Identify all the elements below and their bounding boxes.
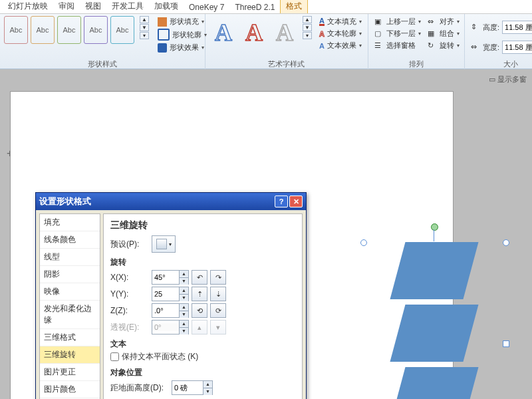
shape-style-2[interactable]: Abc	[31, 16, 55, 44]
z-cw-button[interactable]: ⟳	[210, 303, 226, 318]
z-ccw-button[interactable]: ⟲	[192, 303, 207, 318]
nav-item-1[interactable]: 线条颜色	[40, 231, 100, 249]
perspective-label: 透视(E):	[110, 322, 152, 333]
persp-wide-button: ▾	[210, 320, 226, 334]
keep-text-flat-checkbox[interactable]: 保持文本平面状态 (K)	[110, 351, 198, 362]
shape-fill-button[interactable]: 形状填充▾	[156, 16, 209, 27]
nav-item-0[interactable]: 填充	[40, 214, 100, 231]
section-rotation: 旋转	[110, 257, 295, 268]
shape-style-4[interactable]: Abc	[84, 16, 108, 44]
selected-shape[interactable]	[398, 242, 471, 399]
shape-style-3[interactable]: Abc	[57, 16, 81, 44]
dialog-title: 设置形状格式	[39, 196, 91, 207]
y-spinner[interactable]: ▲▼	[152, 287, 189, 301]
tab-7[interactable]: 格式	[280, 0, 308, 13]
distance-spinner[interactable]: ▲▼	[172, 380, 213, 395]
dialog-nav: 填充线条颜色线型阴影映像发光和柔化边缘三维格式三维旋转图片更正图片颜色艺术效果裁…	[39, 213, 100, 399]
section-position: 对象位置	[110, 367, 295, 378]
align-button[interactable]: ⇔对齐▾	[426, 16, 462, 27]
nav-item-9[interactable]: 图片颜色	[40, 381, 100, 398]
wordart-a1[interactable]: A	[209, 16, 237, 49]
rotate-handle[interactable]	[431, 223, 438, 231]
width-icon: ⇔	[471, 43, 480, 52]
rotate-button[interactable]: ↻旋转▾	[426, 40, 462, 51]
y-up-button[interactable]: ⇡	[192, 287, 207, 301]
section-text: 文本	[110, 338, 295, 350]
dialog-titlebar[interactable]: 设置形状格式 ? ✕	[36, 193, 306, 210]
width-row: ⇔宽度: ▲▼	[469, 40, 532, 55]
shape-style-5[interactable]: Abc	[110, 16, 134, 44]
nav-item-7[interactable]: 三维旋转	[40, 346, 100, 364]
text-fill-button[interactable]: A文本填充▾	[317, 16, 364, 27]
text-effects-button[interactable]: A文本效果▾	[317, 40, 364, 51]
resize-handle-r[interactable]	[503, 340, 509, 347]
y-down-button[interactable]: ⇣	[210, 287, 226, 301]
nav-item-8[interactable]: 图片更正	[40, 364, 100, 381]
preset-dropdown[interactable]: ▾	[152, 235, 176, 253]
selection-pane-button[interactable]: ☰选择窗格	[372, 40, 423, 51]
x-spinner[interactable]: ▲▼	[152, 270, 189, 285]
help-button[interactable]: ?	[275, 196, 288, 207]
tab-3[interactable]: 开发工具	[106, 0, 149, 13]
bring-forward-button[interactable]: ▣上移一层▾	[372, 16, 423, 27]
resize-handle-tl[interactable]	[360, 239, 367, 246]
height-spinner[interactable]: ▲▼	[502, 21, 532, 34]
wordart-a3[interactable]: A	[271, 16, 299, 49]
perspective-spinner: ▲▼	[152, 320, 189, 334]
x-right-button[interactable]: ↷	[210, 270, 226, 285]
wordart-gallery-more[interactable]: ▲ ▼ ▾	[303, 16, 312, 39]
preset-label: 预设(P):	[110, 239, 152, 250]
height-row: ⇕高度: ▲▼	[469, 20, 532, 35]
text-outline-button[interactable]: A文本轮廓▾	[317, 28, 364, 39]
nav-item-5[interactable]: 发光和柔化边缘	[40, 301, 100, 329]
height-icon: ⇕	[471, 23, 480, 32]
tab-0[interactable]: 幻灯片放映	[3, 0, 53, 13]
send-backward-button[interactable]: ▢下移一层▾	[372, 28, 423, 39]
status-display: ▭ 显示多窗	[489, 74, 527, 84]
nav-item-6[interactable]: 三维格式	[40, 329, 100, 346]
nav-item-2[interactable]: 线型	[40, 249, 100, 266]
tab-2[interactable]: 视图	[80, 0, 106, 13]
distance-label: 距地面高度(D):	[110, 382, 172, 394]
format-shape-dialog: 设置形状格式 ? ✕ 填充线条颜色线型阴影映像发光和柔化边缘三维格式三维旋转图片…	[35, 192, 307, 399]
tab-1[interactable]: 审阅	[53, 0, 80, 13]
persp-narrow-button: ▴	[192, 320, 207, 334]
z-spinner[interactable]: ▲▼	[152, 303, 189, 318]
nav-item-4[interactable]: 映像	[40, 283, 100, 301]
shape-gallery-more[interactable]: ▲ ▼ ▾	[140, 16, 149, 39]
tab-6[interactable]: ThreeD 2.1	[229, 1, 280, 13]
nav-item-3[interactable]: 阴影	[40, 266, 100, 283]
x-left-button[interactable]: ↶	[192, 270, 207, 285]
close-x-button[interactable]: ✕	[289, 196, 303, 207]
z-label: Z(Z):	[110, 306, 152, 315]
width-spinner[interactable]: ▲▼	[502, 41, 532, 54]
tab-4[interactable]: 加载项	[149, 0, 184, 13]
group-button[interactable]: ▦组合▾	[426, 28, 462, 39]
panel-title: 三维旋转	[110, 219, 295, 231]
shape-style-1[interactable]: Abc	[4, 16, 28, 44]
wordart-a2[interactable]: A	[240, 16, 268, 49]
x-label: X(X):	[110, 273, 152, 282]
resize-handle-tr[interactable]	[503, 239, 509, 246]
shape-effects-button[interactable]: 形状效果▾	[156, 42, 209, 53]
shape-outline-button[interactable]: 形状轮廓▾	[156, 28, 209, 41]
tab-5[interactable]: OneKey 7	[184, 1, 229, 13]
y-label: Y(Y):	[110, 289, 152, 299]
